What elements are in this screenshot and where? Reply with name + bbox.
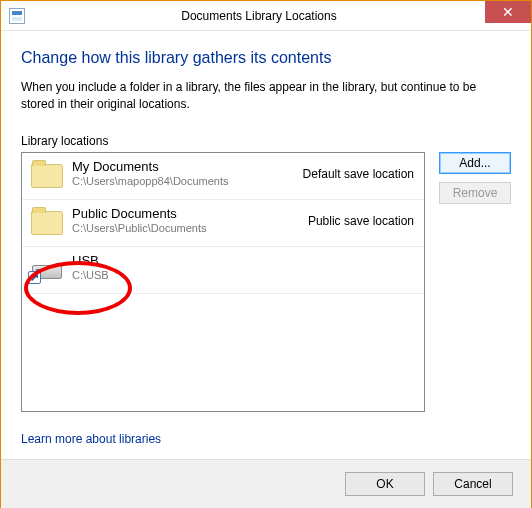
ok-button[interactable]: OK <box>345 472 425 496</box>
system-menu-icon[interactable] <box>9 8 25 24</box>
location-path: C:\Users\mapopp84\Documents <box>72 175 295 188</box>
close-button[interactable]: ✕ <box>485 1 531 23</box>
library-locations-list[interactable]: My Documents C:\Users\mapopp84\Documents… <box>21 152 425 412</box>
location-path: C:\USB <box>72 269 406 282</box>
location-status: Public save location <box>300 214 414 228</box>
dialog-content: Change how this library gathers its cont… <box>1 31 531 456</box>
window-title: Documents Library Locations <box>33 9 485 23</box>
location-row-usb[interactable]: ↗ USB C:\USB <box>22 247 424 294</box>
list-label: Library locations <box>21 134 511 148</box>
folder-icon <box>30 206 64 236</box>
location-row-public-documents[interactable]: Public Documents C:\Users\Public\Documen… <box>22 200 424 247</box>
location-status: Default save location <box>295 167 414 181</box>
cancel-button[interactable]: Cancel <box>433 472 513 496</box>
location-name: USB <box>72 253 406 269</box>
page-heading: Change how this library gathers its cont… <box>21 49 511 67</box>
location-path: C:\Users\Public\Documents <box>72 222 300 235</box>
folder-icon <box>30 159 64 189</box>
learn-more-link[interactable]: Learn more about libraries <box>21 432 161 446</box>
close-icon: ✕ <box>502 4 514 20</box>
location-row-my-documents[interactable]: My Documents C:\Users\mapopp84\Documents… <box>22 153 424 200</box>
dialog-footer: OK Cancel <box>1 459 531 508</box>
description-text: When you include a folder in a library, … <box>21 79 511 114</box>
title-bar: Documents Library Locations ✕ <box>1 1 531 31</box>
add-button[interactable]: Add... <box>439 152 511 174</box>
remove-button: Remove <box>439 182 511 204</box>
drive-shortcut-icon: ↗ <box>30 253 64 283</box>
location-name: My Documents <box>72 159 295 175</box>
location-name: Public Documents <box>72 206 300 222</box>
